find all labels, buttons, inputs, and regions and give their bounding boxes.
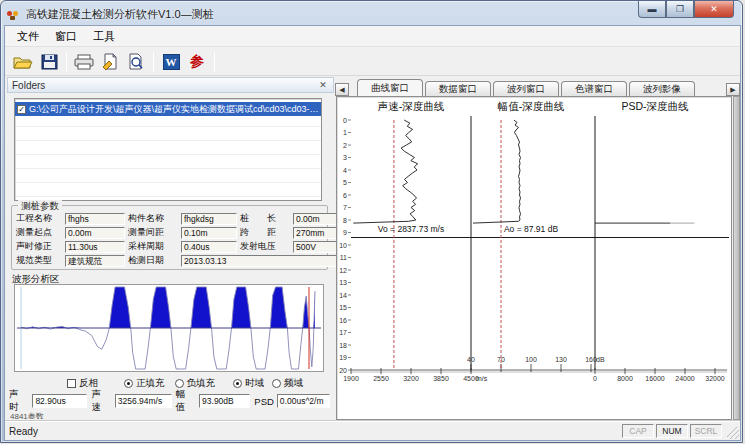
- param-value[interactable]: 0.00m: [65, 227, 125, 239]
- page-magnifier-icon: [127, 53, 145, 70]
- svg-text:3200: 3200: [403, 375, 419, 382]
- param-label: 发射电压: [240, 240, 290, 253]
- chart-scrollbar[interactable]: [733, 96, 740, 420]
- svg-text:10: 10: [339, 242, 347, 249]
- minimize-button[interactable]: ▬: [638, 1, 666, 18]
- close-button[interactable]: ✕: [694, 1, 734, 18]
- svg-text:幅值-深度曲线: 幅值-深度曲线: [498, 100, 565, 112]
- toolbar-separator: [153, 52, 154, 72]
- radio-icon: [233, 379, 242, 388]
- svg-text:24000: 24000: [675, 375, 695, 382]
- svg-text:7: 7: [343, 204, 347, 211]
- print-preview-button[interactable]: [123, 50, 149, 74]
- word-export-button[interactable]: W: [158, 50, 184, 74]
- svg-text:2: 2: [343, 142, 347, 149]
- radio-icon: [175, 379, 184, 388]
- resize-grip[interactable]: [727, 427, 739, 439]
- open-folder-icon: [13, 54, 33, 70]
- file-list[interactable]: ✓ G:\公司产品设计开发\超声仪器\超声仪实地检测数据调试cd\cd03\cd…: [14, 98, 322, 201]
- svg-text:m/s: m/s: [476, 375, 488, 382]
- menu-file[interactable]: 文件: [9, 26, 47, 47]
- svg-text:15: 15: [339, 304, 347, 311]
- param-value[interactable]: 11.30us: [65, 241, 125, 253]
- svg-text:5: 5: [343, 179, 347, 186]
- sonic-time-field[interactable]: 82.90us: [32, 394, 87, 408]
- checkbox-icon: [67, 379, 76, 388]
- menu-tools[interactable]: 工具: [85, 26, 123, 47]
- sonic-speed-field[interactable]: 3256.94m/s: [115, 394, 172, 408]
- positive-fill-radio[interactable]: 正填充: [124, 377, 165, 390]
- app-window: 高铁建混凝土检测分析软件V1.0—测桩 ▬ ❐ ✕ 文件 窗口 工具: [0, 0, 743, 443]
- status-text: Ready: [9, 426, 38, 437]
- scroll-lock-indicator: SCRL: [690, 424, 722, 438]
- folders-panel: Folders ✕ ✓ G:\公司产品设计开发\超声仪器\超声仪实地检测数据调试…: [7, 77, 334, 422]
- pile-params-groupbox: 测桩参数 工程名称 fhghs 构件名称 fhgkdsg 桩 长 0.00m 测…: [11, 205, 328, 270]
- depth-curves-svg: 01234567891011121314151617181920声速-深度曲线1…: [337, 97, 731, 419]
- folders-header: Folders ✕: [7, 77, 334, 93]
- svg-text:dB: dB: [596, 356, 605, 363]
- radio-icon: [124, 379, 133, 388]
- param-value[interactable]: 0.00m: [293, 213, 337, 225]
- tab-scroll-right-icon[interactable]: ▶: [726, 83, 740, 96]
- folders-close-icon[interactable]: ✕: [317, 80, 329, 90]
- print-button[interactable]: [71, 50, 97, 74]
- amplitude-field[interactable]: 93.90dB: [199, 394, 250, 408]
- window-title: 高铁建混凝土检测分析软件V1.0—测桩: [26, 7, 214, 22]
- svg-text:16000: 16000: [645, 375, 665, 382]
- waveform-plot[interactable]: [14, 284, 324, 372]
- export-report-button[interactable]: [97, 50, 123, 74]
- svg-text:0: 0: [593, 375, 597, 382]
- svg-text:17: 17: [339, 329, 347, 336]
- toolbar: W 参: [5, 48, 740, 76]
- param-value[interactable]: fhgkdsg: [181, 213, 237, 225]
- readout-label: 幅 值: [176, 388, 196, 414]
- svg-text:9: 9: [343, 229, 347, 236]
- svg-text:0: 0: [343, 117, 347, 124]
- param-value[interactable]: fhghs: [65, 213, 125, 225]
- tab-wavetrain-image[interactable]: 波列影像: [629, 81, 695, 96]
- param-value[interactable]: 270mm: [293, 227, 337, 239]
- file-path: G:\公司产品设计开发\超声仪器\超声仪实地检测数据调试cd\cd03\cd03…: [29, 103, 319, 116]
- svg-text:Ao = 87.91 dB: Ao = 87.91 dB: [504, 224, 558, 234]
- param-value[interactable]: 0.10m: [181, 227, 237, 239]
- psd-field[interactable]: 0.00us^2/m: [277, 394, 330, 408]
- tab-curve-window[interactable]: 曲线窗口: [357, 79, 423, 96]
- tab-wavetrain-window[interactable]: 波列窗口: [493, 81, 559, 96]
- tab-data-window[interactable]: 数据窗口: [425, 81, 491, 96]
- maximize-button[interactable]: ❐: [666, 1, 694, 18]
- file-checkbox[interactable]: ✓: [17, 105, 26, 114]
- svg-text:100: 100: [525, 356, 537, 363]
- open-button[interactable]: [10, 50, 36, 74]
- param-value[interactable]: 500V: [293, 241, 337, 253]
- svg-text:1900: 1900: [343, 375, 359, 382]
- time-domain-radio[interactable]: 时域: [233, 377, 264, 390]
- param-value[interactable]: 建筑规范: [65, 255, 125, 267]
- curve-chart-area: 01234567891011121314151617181920声速-深度曲线1…: [336, 96, 732, 420]
- svg-text:32000: 32000: [705, 375, 725, 382]
- svg-text:12: 12: [339, 267, 347, 274]
- printer-icon: [74, 54, 94, 70]
- svg-text:1: 1: [343, 129, 347, 136]
- tab-spectrum-window[interactable]: 色谱窗口: [561, 81, 627, 96]
- tab-scroll-left-icon[interactable]: ◀: [335, 83, 349, 96]
- app-icon: [7, 8, 21, 21]
- svg-text:Vo = 2837.73 m/s: Vo = 2837.73 m/s: [378, 224, 444, 234]
- caps-lock-indicator: CAP: [622, 424, 654, 438]
- param-label: 构件名称: [128, 212, 178, 225]
- svg-text:11: 11: [340, 254, 347, 261]
- parameters-button[interactable]: 参: [184, 50, 210, 74]
- menu-window[interactable]: 窗口: [47, 26, 85, 47]
- waveform-svg: [15, 285, 323, 371]
- toolbar-separator: [214, 52, 215, 72]
- save-button[interactable]: [36, 50, 62, 74]
- param-label: 跨 距: [240, 226, 290, 239]
- readout-row: 声 时 82.90us 声 速 3256.94m/s 幅 值 93.90dB P…: [9, 393, 334, 409]
- freq-domain-radio[interactable]: 频域: [272, 377, 303, 390]
- svg-text:3850: 3850: [433, 375, 449, 382]
- file-list-item[interactable]: ✓ G:\公司产品设计开发\超声仪器\超声仪实地检测数据调试cd\cd03\cd…: [15, 102, 321, 116]
- svg-text:18: 18: [339, 342, 347, 349]
- param-value[interactable]: 0.40us: [181, 241, 237, 253]
- toolbar-separator: [66, 52, 67, 72]
- param-value[interactable]: 2013.03.13: [181, 255, 337, 267]
- status-bar: Ready CAP NUM SCRL: [5, 421, 740, 440]
